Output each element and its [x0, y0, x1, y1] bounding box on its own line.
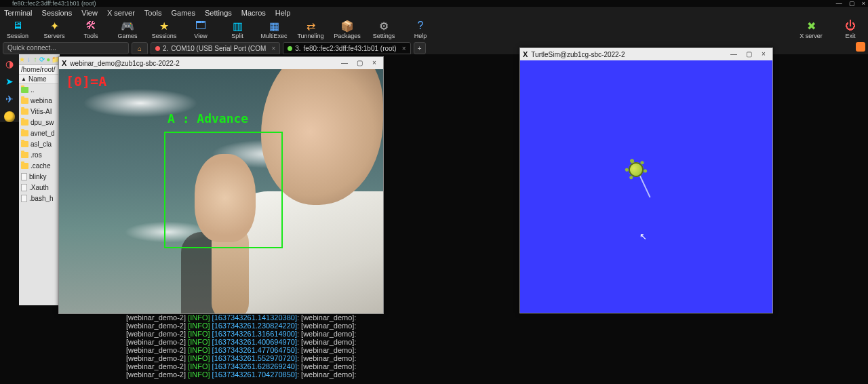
tab-ssh-root[interactable]: 3. fe80::fec2:3dff:fe43:1b01 (root) ×	[283, 42, 410, 54]
terminal-line: [webinar_demo-2] [INFO] [1637343261.2308…	[126, 322, 519, 330]
toolbar-servers-button[interactable]: ✦Servers	[41, 19, 68, 39]
sftp-item[interactable]: .Xauth	[19, 182, 60, 193]
toolbar-label: Exit	[845, 33, 855, 39]
sftp-item[interactable]: .bash_h	[19, 193, 60, 204]
folder-icon	[21, 98, 28, 104]
sftp-item[interactable]: webina	[19, 95, 60, 106]
window-close-button[interactable]: ×	[756, 48, 771, 59]
toolbar-multiexec-button[interactable]: ▦MultiExec	[260, 19, 288, 39]
menu-terminal[interactable]: Terminal	[4, 9, 33, 17]
sftp-item[interactable]: dpu_sw	[19, 117, 60, 128]
os-max-button[interactable]: ▢	[849, 0, 855, 7]
menu-games[interactable]: Games	[172, 9, 195, 17]
toolbar-x server-button[interactable]: ✖X server	[797, 19, 825, 39]
window-titlebar[interactable]: X TurtleSim@zub1cg-sbc-2022-2 — ▢ ×	[520, 48, 772, 60]
menu-settings[interactable]: Settings	[205, 9, 232, 17]
sftp-item[interactable]: .cache	[19, 160, 60, 171]
terminal-line: [webinar_demo-2] [INFO] [1637343261.4770…	[126, 346, 519, 354]
sftp-path-input[interactable]: /home/root/	[19, 65, 60, 75]
toolbar-label: Servers	[43, 33, 64, 39]
rail-paperplane-icon[interactable]: ✈	[5, 94, 14, 104]
sftp-item[interactable]: ..	[19, 84, 60, 95]
games-icon: 🎮	[121, 19, 134, 33]
sftp-download-icon[interactable]: ↓	[26, 56, 33, 64]
x11-icon: X	[62, 59, 66, 67]
turtlesim-canvas[interactable]: ↖	[520, 60, 772, 313]
toolbar-games-button[interactable]: 🎮Games	[114, 19, 141, 39]
folder-icon	[21, 141, 28, 147]
window-titlebar[interactable]: X webinar_demo@zub1cg-sbc-2022-2 — ▢ ×	[59, 57, 383, 69]
tab-label: COM10 (USB Serial Port (COM	[171, 45, 266, 52]
sftp-refresh-icon[interactable]: ⟳	[39, 56, 45, 64]
sftp-item-label: .Xauth	[29, 184, 49, 191]
x11-icon: X	[523, 50, 528, 58]
sftp-item-label: blinky	[29, 173, 47, 180]
window-min-button[interactable]: —	[726, 48, 741, 59]
terminal-output[interactable]: [webinar_demo-2] [INFO] [1637343261.0623…	[126, 305, 519, 379]
sessions-icon: ★	[157, 19, 171, 33]
tab-close-button[interactable]: ×	[271, 45, 275, 52]
window-close-button[interactable]: ×	[367, 57, 382, 68]
toolbar-label: MultiExec	[260, 33, 287, 39]
sftp-item[interactable]: Vitis-AI	[19, 106, 60, 117]
rail-shortcut-icon[interactable]: ◑	[5, 58, 14, 69]
tunneling-icon: ⇄	[304, 19, 317, 33]
tab-home[interactable]: ⌂	[132, 42, 148, 54]
toolbar-exit-button[interactable]: ⏻Exit	[837, 19, 864, 39]
terminal-line: [webinar_demo-2] [INFO] [1637343261.1413…	[126, 313, 519, 322]
folder-icon	[21, 119, 28, 126]
rail-orb-icon[interactable]	[4, 111, 15, 122]
toolbar-settings-button[interactable]: ⚙Settings	[370, 19, 397, 39]
new-tab-button[interactable]: +	[414, 42, 426, 54]
view-icon: 🗔	[194, 19, 208, 33]
window-max-button[interactable]: ▢	[741, 48, 756, 59]
detection-bbox-overlay	[164, 132, 283, 248]
menu-help[interactable]: Help	[275, 9, 291, 17]
toolbar-label: Split	[231, 33, 243, 39]
toolbar-sessions-button[interactable]: ★Sessions	[151, 19, 178, 39]
toolbar-session-button[interactable]: 🖥Session	[4, 19, 31, 39]
sftp-item[interactable]: asl_cla	[19, 138, 60, 149]
sftp-item-label: ..	[31, 86, 35, 94]
os-close-button[interactable]: ×	[862, 0, 865, 7]
sftp-column-header[interactable]: ▲ Name	[19, 75, 60, 84]
toolbar-label: Tunneling	[297, 33, 323, 39]
sftp-upload-icon[interactable]: ↑	[32, 56, 39, 64]
menu-view[interactable]: View	[81, 9, 98, 17]
toolbar-split-button[interactable]: ▥Split	[224, 19, 251, 39]
toolbar-tools-button[interactable]: 🛠Tools	[77, 19, 104, 39]
menu-tools[interactable]: Tools	[144, 9, 162, 17]
folder-up-icon	[21, 87, 28, 93]
menu-xserver[interactable]: X server	[107, 9, 135, 17]
macro-record-icon[interactable]	[856, 42, 865, 52]
sftp-item[interactable]: .ros	[19, 149, 60, 160]
exit-icon: ⏻	[844, 19, 857, 33]
detection-label-overlay: A : Advance	[167, 111, 248, 126]
toolbar-tunneling-button[interactable]: ⇄Tunneling	[297, 19, 324, 39]
toolbar-label: Sessions	[152, 33, 177, 39]
os-min-button[interactable]: —	[836, 0, 842, 7]
sftp-item[interactable]: blinky	[19, 171, 60, 182]
window-min-button[interactable]: —	[337, 57, 352, 68]
quick-connect-input[interactable]: Quick connect...	[3, 42, 129, 54]
status-dot-icon	[155, 46, 160, 51]
menu-macros[interactable]: Macros	[241, 9, 266, 17]
toolbar-view-button[interactable]: 🗔View	[187, 19, 214, 39]
rail-send-icon[interactable]: ➤	[5, 76, 14, 87]
sftp-item-label: asl_cla	[31, 140, 52, 148]
folder-icon	[21, 152, 28, 158]
toolbar-help-button[interactable]: ?Help	[407, 19, 434, 39]
menu-sessions[interactable]: Sessions	[42, 9, 73, 17]
tab-com10[interactable]: 2. COM10 (USB Serial Port (COM ×	[151, 42, 280, 54]
terminal-line: [webinar_demo-2] [INFO] [1637343261.6282…	[126, 362, 519, 370]
tab-close-button[interactable]: ×	[402, 45, 406, 52]
sftp-dot-icon[interactable]: ●	[45, 56, 52, 64]
window-title: TurtleSim@zub1cg-sbc-2022-2	[531, 51, 625, 58]
toolbar-packages-button[interactable]: 📦Packages	[334, 19, 361, 39]
sftp-favorite-icon[interactable]: ★	[19, 56, 26, 64]
sftp-item[interactable]: avnet_d	[19, 128, 60, 138]
x11-window-turtlesim[interactable]: X TurtleSim@zub1cg-sbc-2022-2 — ▢ × ↖	[519, 47, 773, 313]
window-max-button[interactable]: ▢	[352, 57, 367, 68]
mouse-cursor-icon: ↖	[639, 231, 647, 242]
x11-window-webinar-demo[interactable]: X webinar_demo@zub1cg-sbc-2022-2 — ▢ × […	[58, 56, 384, 314]
